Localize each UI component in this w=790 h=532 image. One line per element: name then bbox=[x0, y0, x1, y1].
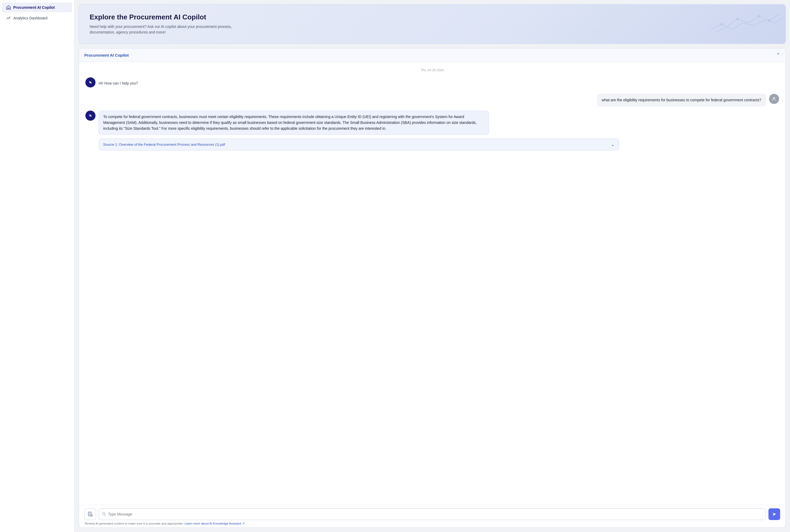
avatar-ai bbox=[86, 77, 95, 88]
disclaimer-text: Review AI generated content to make sure… bbox=[84, 521, 780, 525]
ai-greeting-bubble: Hi! How can I help you? bbox=[99, 77, 142, 90]
chat-messages: Thu Jul 25 2024 Hi! How can I help you? bbox=[79, 62, 786, 505]
chat-header: Procurement AI Copilot ⌃ bbox=[79, 49, 786, 62]
source-label: Source 1: Overview of the Federal Procur… bbox=[103, 142, 225, 147]
avatar-user bbox=[769, 94, 779, 104]
avatar-ai bbox=[86, 111, 95, 121]
search-icon bbox=[102, 512, 106, 517]
message-input-wrapper bbox=[99, 508, 766, 520]
chart-icon bbox=[6, 16, 11, 20]
sidebar-item-label: Procurement AI Copilot bbox=[13, 5, 55, 10]
ai-response-bubble: To compete for federal government contra… bbox=[99, 111, 489, 135]
chat-input-row bbox=[84, 508, 780, 520]
sidebar: Procurement AI Copilot Analytics Dashboa… bbox=[0, 0, 74, 532]
svg-point-0 bbox=[10, 17, 11, 18]
chat-input-area: Review AI generated content to make sure… bbox=[79, 505, 786, 528]
collapse-button[interactable]: ⌃ bbox=[776, 52, 780, 58]
document-attach-button[interactable] bbox=[84, 508, 96, 520]
message-row: To compete for federal government contra… bbox=[86, 111, 779, 151]
user-message-bubble: what are the eligibility requirements fo… bbox=[597, 94, 766, 107]
chevron-down-icon: ⌄ bbox=[611, 142, 615, 147]
hero-title: Explore the Procurement AI Copilot bbox=[90, 13, 775, 21]
source-accordion-header[interactable]: Source 1: Overview of the Federal Procur… bbox=[99, 139, 619, 150]
message-row: what are the eligibility requirements fo… bbox=[86, 94, 779, 107]
svg-point-2 bbox=[89, 81, 90, 82]
home-icon bbox=[6, 5, 11, 10]
sidebar-item-label: Analytics Dashboard bbox=[13, 16, 48, 20]
source-accordion: Source 1: Overview of the Federal Procur… bbox=[99, 138, 619, 151]
sidebar-item-procurement-copilot[interactable]: Procurement AI Copilot bbox=[2, 3, 72, 12]
disclaimer-link[interactable]: Learn more about AI Knowledge Assistant … bbox=[185, 522, 245, 525]
hero-banner: Explore the Procurement AI Copilot Need … bbox=[79, 4, 786, 44]
svg-point-7 bbox=[91, 116, 92, 117]
sidebar-item-analytics-dashboard[interactable]: Analytics Dashboard bbox=[2, 13, 72, 23]
chat-panel: Procurement AI Copilot ⌃ Thu Jul 25 2024… bbox=[79, 48, 786, 528]
svg-point-6 bbox=[89, 114, 90, 115]
send-button[interactable] bbox=[769, 508, 780, 520]
main-content: Explore the Procurement AI Copilot Need … bbox=[74, 0, 790, 532]
svg-point-3 bbox=[91, 83, 92, 84]
svg-line-16 bbox=[105, 514, 106, 515]
message-input[interactable] bbox=[108, 512, 762, 516]
chat-panel-title: Procurement AI Copilot bbox=[84, 53, 129, 57]
message-row: Hi! How can I help you? bbox=[86, 77, 779, 90]
date-separator: Thu Jul 25 2024 bbox=[86, 68, 779, 72]
hero-subtitle: Need help with your procurement? Ask our… bbox=[90, 24, 255, 35]
svg-point-4 bbox=[773, 97, 775, 99]
